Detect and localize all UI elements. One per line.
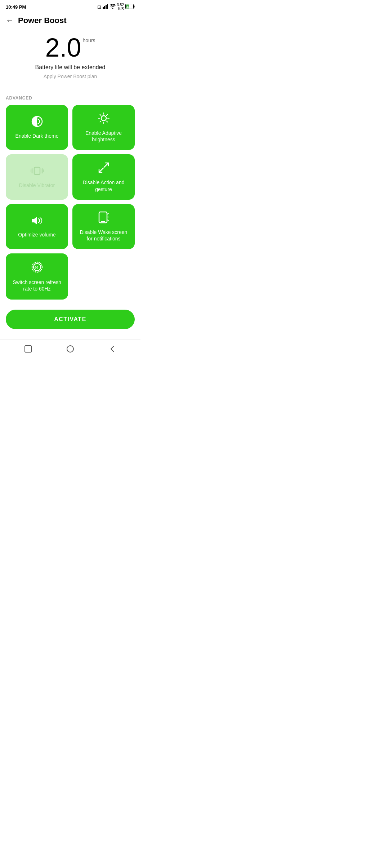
svg-line-31 [107, 213, 109, 214]
card-screen-refresh-rate[interactable]: 60 Switch screen refresh rate to 60Hz [6, 253, 68, 299]
svg-text:60: 60 [35, 266, 38, 269]
battery-extend-text: Battery life will be extended [7, 64, 133, 71]
card-screen-refresh-rate-label: Switch screen refresh rate to 60Hz [12, 279, 62, 292]
svg-line-27 [99, 168, 103, 172]
header: ← Power Boost [0, 12, 140, 31]
svg-rect-37 [25, 346, 31, 352]
activate-button[interactable]: ACTIVATE [6, 310, 135, 329]
screenshot-icon: ⊡ [97, 4, 101, 10]
svg-marker-28 [32, 217, 37, 225]
card-disable-action-gesture[interactable]: Disable Action and gesture [72, 154, 135, 199]
hours-unit: hours [83, 37, 95, 43]
vibrator-icon [31, 165, 44, 178]
gesture-icon [98, 161, 110, 176]
hours-value: 2.0 [45, 35, 81, 61]
nav-back-button[interactable] [107, 344, 117, 354]
card-adaptive-brightness-label: Enable Adaptive brightness [78, 130, 129, 143]
nav-square-button[interactable] [23, 344, 33, 354]
status-icons: ⊡ 3.52K/S 44 [97, 3, 135, 11]
battery-icon: 44 [125, 4, 135, 10]
svg-line-19 [106, 115, 107, 116]
cards-grid-row2: Disable Vibrator Disable Action and gest… [0, 154, 140, 199]
svg-line-17 [100, 115, 101, 116]
status-time: 10:49 PM [6, 4, 26, 10]
signal-icon [103, 4, 108, 10]
section-divider [0, 88, 140, 88]
card-optimize-volume[interactable]: Optimize volume [6, 204, 68, 249]
svg-rect-0 [103, 7, 104, 9]
nav-circle-button[interactable] [65, 344, 75, 354]
svg-line-18 [106, 121, 107, 122]
svg-point-38 [67, 346, 73, 352]
brightness-icon [98, 112, 110, 126]
svg-rect-3 [107, 4, 108, 9]
dark-theme-icon [31, 116, 43, 129]
advanced-section-label: ADVANCED [0, 90, 140, 105]
refresh-rate-icon: 60 [31, 261, 44, 275]
cards-grid-row1: Enable Dark theme Enable Adaptive bright… [0, 105, 140, 150]
volume-icon [31, 215, 44, 228]
card-disable-vibrator[interactable]: Disable Vibrator [6, 154, 68, 199]
svg-text:44: 44 [126, 5, 130, 9]
card-dark-theme[interactable]: Enable Dark theme [6, 105, 68, 150]
hero-section: 2.0 hours Battery life will be extended … [0, 31, 140, 87]
wifi-icon [110, 4, 116, 10]
card-adaptive-brightness[interactable]: Enable Adaptive brightness [72, 105, 135, 150]
svg-rect-21 [34, 167, 40, 174]
card-disable-vibrator-label: Disable Vibrator [19, 182, 55, 189]
hours-display: 2.0 hours [7, 35, 133, 61]
card-optimize-volume-label: Optimize volume [18, 231, 55, 238]
svg-rect-1 [104, 6, 105, 9]
svg-point-12 [101, 116, 106, 121]
nav-bar [0, 339, 140, 360]
back-button[interactable]: ← [6, 16, 14, 25]
svg-line-33 [107, 220, 109, 221]
page-title: Power Boost [18, 16, 66, 25]
svg-line-26 [104, 163, 108, 167]
speed-text: 3.52K/S [117, 3, 124, 11]
card-disable-action-gesture-label: Disable Action and gesture [78, 179, 129, 192]
status-bar: 10:49 PM ⊡ 3.52K/S 44 [0, 0, 140, 12]
card-dark-theme-label: Enable Dark theme [15, 133, 59, 139]
apply-plan-text: Apply Power Boost plan [7, 74, 133, 79]
svg-line-20 [100, 121, 101, 122]
svg-rect-2 [106, 5, 107, 9]
cards-grid-row3: Optimize volume Disable Wake screen for … [0, 204, 140, 249]
wake-screen-icon [98, 211, 109, 225]
cards-grid-row4: 60 Switch screen refresh rate to 60Hz [0, 253, 140, 299]
card-disable-wake-screen[interactable]: Disable Wake screen for notifications [72, 204, 135, 249]
card-disable-wake-screen-label: Disable Wake screen for notifications [78, 229, 129, 242]
svg-rect-5 [134, 5, 135, 8]
